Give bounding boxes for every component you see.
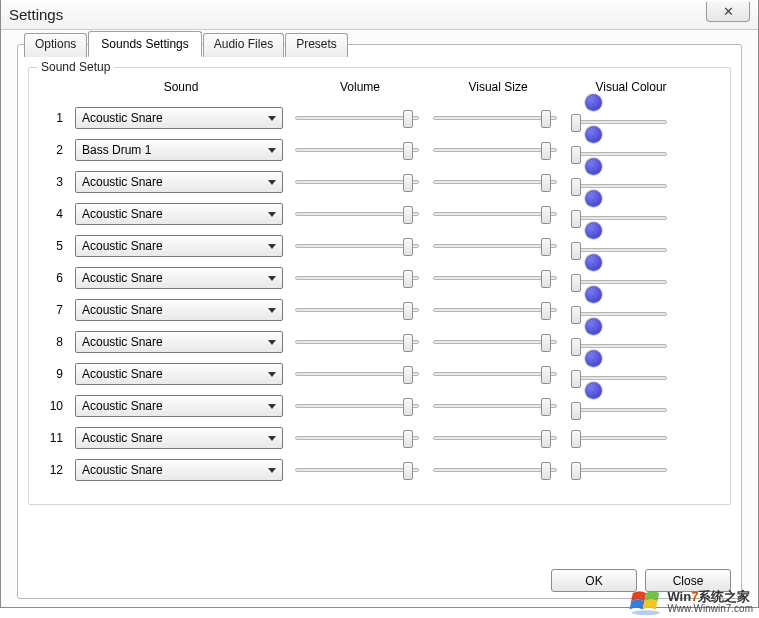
volume-slider[interactable] <box>295 268 419 288</box>
sound-select-label: Bass Drum 1 <box>82 143 151 157</box>
slider-thumb[interactable] <box>571 306 581 324</box>
sound-select[interactable]: Acoustic Snare <box>75 235 283 257</box>
slider-thumb[interactable] <box>403 398 413 416</box>
chevron-down-icon <box>268 244 276 249</box>
slider-thumb[interactable] <box>403 110 413 128</box>
slider-thumb[interactable] <box>571 146 581 164</box>
colour-swatch[interactable] <box>585 350 602 367</box>
tab-audio-files[interactable]: Audio Files <box>203 33 284 57</box>
visual-colour-slider[interactable] <box>571 400 667 420</box>
colour-swatch[interactable] <box>585 190 602 207</box>
visual-size-slider[interactable] <box>433 204 557 224</box>
slider-thumb[interactable] <box>403 462 413 480</box>
slider-thumb[interactable] <box>541 462 551 480</box>
colour-swatch[interactable] <box>585 158 602 175</box>
slider-thumb[interactable] <box>571 338 581 356</box>
visual-size-slider[interactable] <box>433 332 557 352</box>
volume-slider[interactable] <box>295 428 419 448</box>
close-button[interactable]: Close <box>645 569 731 592</box>
svg-point-0 <box>632 610 660 615</box>
chevron-down-icon <box>268 404 276 409</box>
colour-swatch[interactable] <box>585 94 602 111</box>
visual-size-slider[interactable] <box>433 428 557 448</box>
slider-thumb[interactable] <box>403 206 413 224</box>
volume-slider[interactable] <box>295 300 419 320</box>
sound-select[interactable]: Acoustic Snare <box>75 267 283 289</box>
slider-thumb[interactable] <box>403 142 413 160</box>
volume-slider[interactable] <box>295 140 419 160</box>
volume-slider[interactable] <box>295 332 419 352</box>
ok-button[interactable]: OK <box>551 569 637 592</box>
colour-swatch[interactable] <box>585 254 602 271</box>
slider-thumb[interactable] <box>541 206 551 224</box>
slider-thumb[interactable] <box>571 430 581 448</box>
volume-slider[interactable] <box>295 364 419 384</box>
visual-size-slider[interactable] <box>433 108 557 128</box>
visual-size-slider[interactable] <box>433 460 557 480</box>
slider-thumb[interactable] <box>403 366 413 384</box>
tab-options[interactable]: Options <box>24 33 87 57</box>
sound-select[interactable]: Acoustic Snare <box>75 427 283 449</box>
slider-thumb[interactable] <box>403 174 413 192</box>
slider-thumb[interactable] <box>403 334 413 352</box>
slider-thumb[interactable] <box>403 430 413 448</box>
visual-colour-cell <box>571 390 691 422</box>
slider-thumb[interactable] <box>571 274 581 292</box>
volume-slider[interactable] <box>295 108 419 128</box>
slider-thumb[interactable] <box>541 142 551 160</box>
visual-colour-slider[interactable] <box>571 460 667 480</box>
sound-select[interactable]: Acoustic Snare <box>75 299 283 321</box>
sound-select[interactable]: Acoustic Snare <box>75 395 283 417</box>
col-volume: Volume <box>295 80 425 94</box>
colour-swatch[interactable] <box>585 222 602 239</box>
slider-thumb[interactable] <box>571 242 581 260</box>
sound-select[interactable]: Acoustic Snare <box>75 459 283 481</box>
visual-size-slider[interactable] <box>433 140 557 160</box>
slider-thumb[interactable] <box>403 302 413 320</box>
slider-thumb[interactable] <box>571 114 581 132</box>
sound-select[interactable]: Acoustic Snare <box>75 331 283 353</box>
slider-thumb[interactable] <box>541 110 551 128</box>
visual-size-slider[interactable] <box>433 300 557 320</box>
slider-thumb[interactable] <box>541 174 551 192</box>
slider-thumb[interactable] <box>541 270 551 288</box>
visual-size-slider[interactable] <box>433 172 557 192</box>
slider-thumb[interactable] <box>403 270 413 288</box>
colour-swatch[interactable] <box>585 318 602 335</box>
slider-thumb[interactable] <box>403 238 413 256</box>
slider-thumb[interactable] <box>541 334 551 352</box>
visual-size-slider[interactable] <box>433 396 557 416</box>
colour-swatch[interactable] <box>585 382 602 399</box>
sound-select[interactable]: Bass Drum 1 <box>75 139 283 161</box>
tab-sounds-settings[interactable]: Sounds Settings <box>88 31 201 57</box>
slider-thumb[interactable] <box>571 402 581 420</box>
colour-swatch[interactable] <box>585 286 602 303</box>
volume-slider[interactable] <box>295 396 419 416</box>
slider-thumb[interactable] <box>571 462 581 480</box>
slider-thumb[interactable] <box>541 238 551 256</box>
slider-thumb[interactable] <box>571 178 581 196</box>
volume-slider[interactable] <box>295 172 419 192</box>
tab-presets[interactable]: Presets <box>285 33 348 57</box>
volume-slider[interactable] <box>295 204 419 224</box>
visual-size-slider[interactable] <box>433 268 557 288</box>
sound-select[interactable]: Acoustic Snare <box>75 203 283 225</box>
visual-size-slider[interactable] <box>433 236 557 256</box>
sound-select[interactable]: Acoustic Snare <box>75 107 283 129</box>
slider-thumb[interactable] <box>541 302 551 320</box>
window-close-button[interactable]: ✕ <box>706 2 750 22</box>
slider-thumb[interactable] <box>541 366 551 384</box>
slider-thumb[interactable] <box>571 210 581 228</box>
sound-select[interactable]: Acoustic Snare <box>75 171 283 193</box>
sound-row: 3Acoustic Snare <box>43 166 716 198</box>
slider-thumb[interactable] <box>541 398 551 416</box>
volume-slider[interactable] <box>295 236 419 256</box>
volume-slider[interactable] <box>295 460 419 480</box>
colour-swatch[interactable] <box>585 126 602 143</box>
row-number: 2 <box>43 143 67 157</box>
slider-thumb[interactable] <box>571 370 581 388</box>
visual-size-slider[interactable] <box>433 364 557 384</box>
slider-thumb[interactable] <box>541 430 551 448</box>
visual-colour-slider[interactable] <box>571 428 667 448</box>
sound-select[interactable]: Acoustic Snare <box>75 363 283 385</box>
